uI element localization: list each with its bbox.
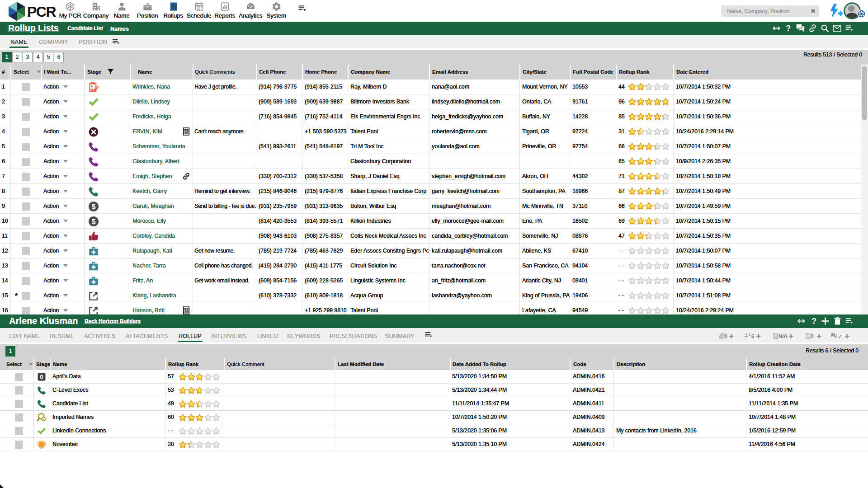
svg-text:$: $ — [91, 202, 95, 210]
svg-text:?: ? — [786, 23, 791, 33]
svg-text:0: 0 — [40, 374, 43, 380]
svg-text:?: ? — [811, 316, 816, 326]
svg-text:$: $ — [91, 217, 95, 225]
